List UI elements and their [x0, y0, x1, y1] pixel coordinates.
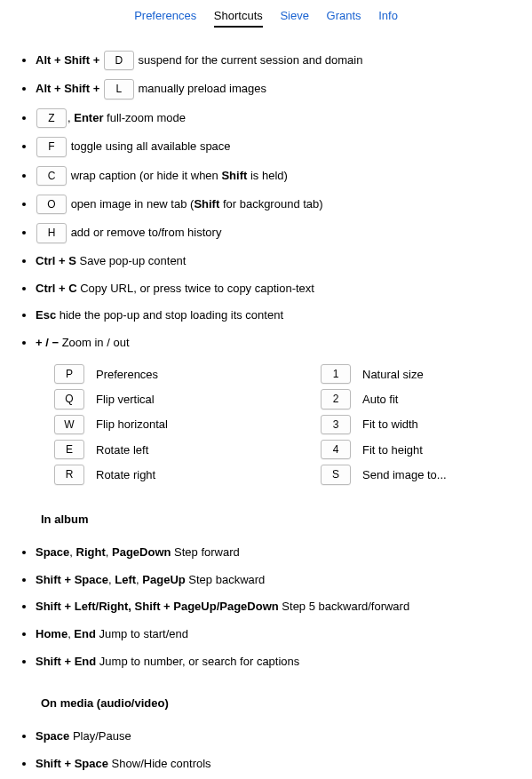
desc: add or remove to/from history	[71, 226, 222, 239]
tab-info[interactable]: Info	[378, 9, 398, 26]
label: Auto fit	[362, 393, 398, 406]
desc: toggle using all available space	[71, 139, 231, 153]
desc: Step forward	[171, 545, 239, 559]
key-combo: Ctrl + S	[36, 254, 76, 267]
desc: Show/Hide controls	[108, 757, 211, 770]
desc: Step backward	[186, 573, 266, 586]
desc: suspend for the current session and doma…	[138, 53, 362, 67]
key-l[interactable]: L	[104, 79, 134, 99]
tab-grants[interactable]: Grants	[327, 9, 361, 26]
label: Rotate left	[96, 443, 148, 457]
key-1[interactable]: 1	[321, 364, 351, 384]
tab-preferences[interactable]: Preferences	[134, 9, 196, 26]
list-item: Shift + Space Show/Hide controls	[36, 755, 532, 774]
key-r[interactable]: R	[54, 465, 84, 484]
list-item: Shift + End Jump to number, or search fo…	[36, 653, 532, 672]
key-e[interactable]: E	[54, 440, 84, 459]
desc: Jump to start/end	[96, 627, 188, 640]
section-in-album: In album	[41, 513, 532, 526]
list-item: Ctrl + S Save pop-up content	[36, 252, 532, 271]
desc: for background tab)	[219, 197, 322, 211]
key-s[interactable]: S	[321, 465, 351, 484]
list-item: Alt + Shift + L manually preload images	[36, 79, 532, 99]
right-column: 1Natural size 2Auto fit 3Fit to width 4F…	[320, 362, 447, 488]
key-q[interactable]: Q	[54, 389, 84, 409]
desc: is held)	[247, 169, 288, 182]
label: Fit to height	[362, 443, 423, 457]
desc: full-zoom mode	[103, 111, 185, 124]
shortcut-list: Alt + Shift + D suspend for the current …	[0, 51, 532, 353]
key-d[interactable]: D	[104, 51, 134, 70]
key-h[interactable]: H	[36, 223, 67, 242]
key-o[interactable]: O	[36, 195, 67, 214]
list-item: Shift + Left/Right, Shift + PageUp/PageD…	[36, 598, 532, 616]
list-item: O open image in new tab (Shift for backg…	[36, 195, 532, 214]
row: 3Fit to width	[320, 415, 447, 434]
row: QFlip vertical	[53, 389, 320, 409]
desc: Step 5 backward/forward	[279, 600, 409, 613]
key-shift: Shift	[194, 197, 219, 211]
label: Send image to...	[362, 468, 447, 481]
key-c[interactable]: C	[36, 166, 67, 186]
list-item: Z, Enter full-zoom mode	[36, 108, 532, 128]
row: 2Auto fit	[320, 389, 447, 409]
row: 1Natural size	[320, 364, 447, 384]
list-item: Esc hide the pop-up and stop loading its…	[36, 306, 532, 325]
row: RRotate right	[53, 465, 320, 484]
key-4[interactable]: 4	[321, 440, 351, 459]
list-item: C wrap caption (or hide it when Shift is…	[36, 166, 532, 186]
key-w[interactable]: W	[54, 415, 84, 434]
media-list: Space Play/Pause Shift + Space Show/Hide…	[0, 727, 532, 779]
list-item: Shift + Space, Left, PageUp Step backwar…	[36, 571, 532, 590]
label: Preferences	[96, 368, 158, 381]
list-item: + / − Zoom in / out	[36, 334, 532, 353]
row: PPreferences	[53, 364, 320, 384]
list-item: Alt + Shift + D suspend for the current …	[36, 51, 532, 70]
tab-bar: Preferences Shortcuts Sieve Grants Info	[0, 0, 532, 33]
label: Flip vertical	[96, 393, 155, 406]
section-on-media: On media (audio/video)	[41, 696, 532, 710]
left-column: PPreferences QFlip vertical WFlip horizo…	[53, 362, 320, 488]
label: Flip horizontal	[96, 417, 168, 431]
list-item: Ctrl + C Copy URL, or press twice to cop…	[36, 280, 532, 298]
album-list: Space, Right, PageDown Step forward Shif…	[0, 544, 532, 672]
row: WFlip horizontal	[53, 415, 320, 434]
desc: open image in new tab (	[71, 197, 195, 211]
key-combo: Alt + Shift +	[36, 53, 99, 67]
desc: Play/Pause	[69, 729, 131, 743]
list-item: H add or remove to/from history	[36, 223, 532, 242]
desc: Zoom in / out	[59, 336, 129, 349]
key-2[interactable]: 2	[321, 389, 351, 409]
label: Fit to width	[362, 417, 418, 431]
label: Rotate right	[96, 468, 155, 481]
row: 4Fit to height	[320, 440, 447, 459]
key-combo: Ctrl + C	[36, 282, 77, 295]
label: Natural size	[362, 368, 424, 381]
key-enter: Enter	[74, 111, 103, 124]
key-z[interactable]: Z	[36, 108, 67, 128]
key-p[interactable]: P	[54, 364, 84, 384]
key-esc: Esc	[36, 308, 56, 322]
two-column-keys: PPreferences QFlip vertical WFlip horizo…	[53, 362, 532, 488]
tab-sieve[interactable]: Sieve	[280, 9, 309, 26]
row: ERotate left	[53, 440, 320, 459]
key-combo: Alt + Shift +	[36, 82, 99, 95]
desc: wrap caption (or hide it when	[71, 169, 222, 182]
desc: manually preload images	[138, 82, 266, 95]
desc: Jump to number, or search for captions	[96, 655, 299, 668]
desc: hide the pop-up and stop loading its con…	[56, 308, 283, 322]
key-3[interactable]: 3	[321, 415, 351, 434]
list-item: Space, Right, PageDown Step forward	[36, 544, 532, 562]
key-zoom: + / −	[36, 336, 59, 349]
list-item: F toggle using all available space	[36, 137, 532, 156]
desc: Copy URL, or press twice to copy caption…	[77, 282, 314, 295]
tab-shortcuts[interactable]: Shortcuts	[214, 9, 263, 28]
desc: Save pop-up content	[76, 254, 187, 267]
key-f[interactable]: F	[36, 137, 67, 156]
key-shift: Shift	[221, 169, 247, 182]
list-item: Space Play/Pause	[36, 727, 532, 746]
list-item: Home, End Jump to start/end	[36, 625, 532, 644]
row: SSend image to...	[320, 465, 447, 484]
